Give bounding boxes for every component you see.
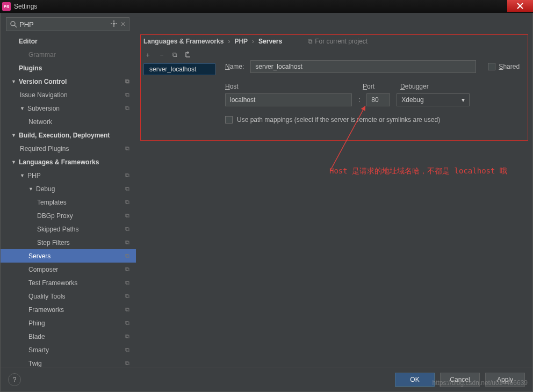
expand-arrow-icon: ▼ bbox=[11, 159, 17, 165]
debugger-label: Debugger bbox=[400, 83, 429, 90]
tree-item-debug[interactable]: ▼Debug⧉ bbox=[1, 182, 136, 195]
tree-item-label: PHP bbox=[27, 172, 41, 179]
tree-item-frameworks[interactable]: Frameworks⧉ bbox=[1, 303, 136, 316]
server-list[interactable]: server_localhost bbox=[143, 63, 215, 75]
debugger-dropdown[interactable]: Xdebug ▾ bbox=[397, 93, 470, 106]
tree-item-label: Servers bbox=[28, 252, 51, 260]
name-label: Name: bbox=[225, 63, 244, 70]
tree-item-step-filters[interactable]: Step Filters⧉ bbox=[1, 236, 136, 249]
project-scope-hint: ⧉For current project bbox=[308, 38, 368, 45]
settings-tree[interactable]: EditorGrammarPlugins▼Version Control⧉Iss… bbox=[1, 34, 136, 367]
breadcrumb-part[interactable]: PHP bbox=[234, 38, 248, 45]
tree-item-label: Twig bbox=[28, 360, 42, 367]
host-input[interactable] bbox=[225, 93, 352, 106]
chevron-right-icon: › bbox=[252, 38, 254, 45]
copy-icon: ⧉ bbox=[125, 145, 129, 152]
copy-icon: ⧉ bbox=[125, 199, 129, 206]
tree-item-version-control[interactable]: ▼Version Control⧉ bbox=[1, 75, 136, 88]
tree-item-label: Blade bbox=[28, 333, 45, 340]
tree-item-servers[interactable]: Servers⧉ bbox=[1, 249, 136, 263]
tree-item-label: Languages & Frameworks bbox=[19, 158, 99, 166]
copy-icon: ⧉ bbox=[125, 239, 129, 246]
tree-item-smarty[interactable]: Smarty⧉ bbox=[1, 343, 136, 357]
search-box[interactable]: ✕ bbox=[6, 17, 129, 31]
search-icon bbox=[10, 20, 17, 30]
tree-item-quality-tools[interactable]: Quality Tools⧉ bbox=[1, 289, 136, 303]
content-body: ＋ － ⧉ server_localhost Name: bbox=[143, 48, 525, 367]
add-icon[interactable]: ＋ bbox=[145, 50, 151, 60]
copy-icon: ⧉ bbox=[308, 38, 313, 45]
copy-icon: ⧉ bbox=[125, 252, 129, 259]
tree-item-label: Templates bbox=[37, 199, 67, 206]
tree-item-label: Step Filters bbox=[37, 239, 70, 246]
copy-icon: ⧉ bbox=[125, 91, 129, 98]
copy-icon: ⧉ bbox=[125, 78, 129, 85]
close-button[interactable] bbox=[507, 0, 533, 12]
tree-item-php[interactable]: ▼PHP⧉ bbox=[1, 169, 136, 182]
tree-item-build-execution-deployment[interactable]: ▼Build, Execution, Deployment bbox=[1, 128, 136, 142]
expand-arrow-icon: ▼ bbox=[20, 173, 25, 178]
apply-button[interactable]: Apply bbox=[485, 373, 525, 387]
cancel-button[interactable]: Cancel bbox=[440, 373, 480, 387]
copy-icon[interactable]: ⧉ bbox=[172, 51, 177, 59]
chevron-right-icon: › bbox=[228, 38, 230, 45]
tree-item-test-frameworks[interactable]: Test Frameworks⧉ bbox=[1, 276, 136, 289]
port-input[interactable] bbox=[366, 93, 390, 106]
tree-item-phing[interactable]: Phing⧉ bbox=[1, 316, 136, 330]
tree-item-label: Editor bbox=[19, 38, 38, 45]
tree-item-label: Test Frameworks bbox=[28, 279, 77, 287]
tree-item-languages-frameworks[interactable]: ▼Languages & Frameworks bbox=[1, 155, 136, 169]
tree-item-label: Build, Execution, Deployment bbox=[19, 132, 110, 139]
main-area: EditorGrammarPlugins▼Version Control⧉Iss… bbox=[1, 34, 532, 367]
copy-icon: ⧉ bbox=[125, 360, 129, 367]
tree-item-network[interactable]: Network bbox=[1, 115, 136, 128]
close-icon bbox=[517, 3, 523, 9]
remove-icon[interactable]: － bbox=[159, 50, 165, 60]
tree-item-label: Required Plugins bbox=[20, 145, 69, 153]
tree-item-subversion[interactable]: ▼Subversion⧉ bbox=[1, 101, 136, 115]
tree-item-skipped-paths[interactable]: Skipped Paths⧉ bbox=[1, 222, 136, 236]
tree-item-label: Grammar bbox=[28, 51, 56, 59]
tree-item-issue-navigation[interactable]: Issue Navigation⧉ bbox=[1, 88, 136, 101]
svg-point-2 bbox=[113, 23, 115, 25]
copy-icon: ⧉ bbox=[125, 293, 129, 300]
breadcrumb-part[interactable]: Languages & Frameworks bbox=[143, 38, 224, 45]
clear-search-icon[interactable]: ✕ bbox=[120, 20, 126, 28]
tree-item-grammar[interactable]: Grammar bbox=[1, 48, 136, 61]
tree-item-label: Network bbox=[28, 118, 52, 126]
search-gear-icon[interactable] bbox=[111, 20, 117, 28]
tree-item-required-plugins[interactable]: Required Plugins⧉ bbox=[1, 142, 136, 155]
breadcrumb: Languages & Frameworks › PHP › Servers ⧉… bbox=[136, 34, 532, 48]
import-icon[interactable] bbox=[185, 50, 192, 60]
expand-arrow-icon: ▼ bbox=[28, 186, 34, 192]
copy-icon: ⧉ bbox=[125, 185, 129, 192]
tree-item-label: Debug bbox=[36, 185, 55, 193]
search-input[interactable] bbox=[19, 20, 116, 28]
name-input[interactable] bbox=[250, 60, 476, 73]
tree-item-twig[interactable]: Twig⧉ bbox=[1, 357, 136, 367]
server-list-item[interactable]: server_localhost bbox=[143, 63, 215, 75]
window-body: ✕ EditorGrammarPlugins▼Version Control⧉I… bbox=[0, 13, 533, 392]
window-title: Settings bbox=[14, 3, 37, 10]
tree-item-label: Composer bbox=[28, 266, 58, 273]
copy-icon: ⧉ bbox=[125, 212, 129, 219]
shared-checkbox[interactable] bbox=[488, 63, 495, 70]
tree-item-dbgp-proxy[interactable]: DBGp Proxy⧉ bbox=[1, 209, 136, 222]
breadcrumb-current: Servers bbox=[258, 38, 282, 45]
tree-item-editor[interactable]: Editor bbox=[1, 34, 136, 48]
content-panel: Languages & Frameworks › PHP › Servers ⧉… bbox=[136, 34, 532, 367]
help-button[interactable]: ? bbox=[8, 373, 21, 386]
tree-item-templates[interactable]: Templates⧉ bbox=[1, 195, 136, 209]
copy-icon: ⧉ bbox=[125, 226, 129, 233]
tree-item-blade[interactable]: Blade⧉ bbox=[1, 330, 136, 343]
ok-button[interactable]: OK bbox=[395, 373, 435, 387]
tree-item-label: Phing bbox=[28, 320, 45, 327]
tree-item-plugins[interactable]: Plugins bbox=[1, 61, 136, 75]
tree-item-composer[interactable]: Composer⧉ bbox=[1, 263, 136, 276]
expand-arrow-icon: ▼ bbox=[11, 133, 17, 138]
tree-item-label: Smarty bbox=[28, 346, 49, 354]
dialog-footer: ? OK Cancel Apply bbox=[1, 367, 532, 391]
copy-icon: ⧉ bbox=[125, 172, 129, 179]
path-mappings-checkbox[interactable] bbox=[225, 116, 233, 124]
list-toolbar: ＋ － ⧉ bbox=[143, 48, 215, 61]
